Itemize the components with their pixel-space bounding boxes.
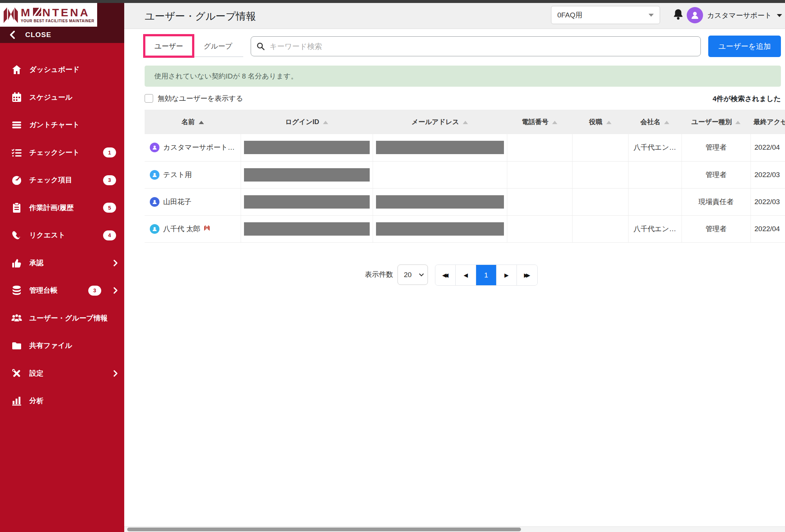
workspace-select[interactable]: 0FAQ用: [551, 6, 660, 24]
search-result-count: 4件が検索されました: [596, 94, 781, 104]
sidebar-close-button[interactable]: CLOSE: [0, 27, 124, 43]
user-avatar-icon: [150, 197, 159, 207]
table-row[interactable]: テスト用 管理者 2022/03: [145, 161, 785, 188]
user-avatar[interactable]: [687, 7, 703, 23]
calendar-icon: [10, 92, 23, 103]
logo[interactable]: MNTENA YOUR BEST FACILITIES MAINTAINER: [0, 3, 97, 27]
page-size-select[interactable]: 20: [398, 265, 428, 285]
column-header-last-access[interactable]: 最終アクセス: [751, 110, 785, 134]
sidebar-item-ledger[interactable]: 管理台帳 3: [0, 277, 124, 305]
column-header-company[interactable]: 会社名: [628, 110, 682, 134]
phone-icon: [10, 230, 23, 241]
sidebar-item-request[interactable]: リクエスト 4: [0, 222, 124, 249]
sort-asc-icon: [735, 121, 741, 124]
notifications-button[interactable]: [672, 8, 684, 23]
sidebar-item-dashboard[interactable]: ダッシュボード: [0, 56, 124, 84]
montena-m-icon: [3, 6, 19, 24]
search-input[interactable]: [270, 42, 695, 51]
chevron-down-icon: [419, 272, 424, 276]
column-header-position[interactable]: 役職: [572, 110, 628, 134]
badge: 1: [103, 147, 116, 157]
unused-contract-notice: 使用されていない契約IDが 8 名分あります。: [145, 66, 781, 87]
show-inactive-users-toggle[interactable]: 無効なユーザーを表示する: [145, 93, 243, 103]
chevron-left-icon: [10, 31, 15, 39]
user-avatar-icon: [150, 143, 159, 152]
bell-icon: [672, 8, 684, 21]
window-top-strip: [0, 0, 785, 3]
column-header-email[interactable]: メールアドレス: [373, 110, 507, 134]
badge: 3: [103, 175, 116, 185]
badge: 5: [103, 203, 116, 213]
sort-asc-icon: [323, 121, 328, 124]
redacted-email: [376, 222, 504, 236]
sidebar-item-workplan[interactable]: 作業計画/履歴 5: [0, 194, 124, 222]
badge: 3: [88, 286, 101, 296]
page-title: ユーザー・グループ情報: [145, 10, 256, 23]
column-header-user-type[interactable]: ユーザー種別: [682, 110, 751, 134]
redacted-email: [376, 195, 504, 209]
sidebar-item-shared-files[interactable]: 共有ファイル: [0, 332, 124, 360]
first-page-button[interactable]: ◀◀: [435, 265, 456, 285]
last-page-button[interactable]: ▶▶: [517, 265, 537, 285]
prev-page-button[interactable]: ◀: [456, 265, 476, 285]
redacted-login-id: [244, 141, 370, 154]
tab-users[interactable]: ユーザー: [145, 36, 193, 56]
page-size-label: 表示件数: [356, 270, 393, 279]
sidebar-item-checkitems[interactable]: チェック項目 3: [0, 166, 124, 194]
brand-name: MNTENA: [21, 7, 94, 18]
first-page-icon: ◀◀: [442, 272, 446, 279]
horizontal-scrollbar[interactable]: [124, 526, 785, 532]
keyword-search[interactable]: [251, 36, 701, 56]
chevron-right-icon: [113, 287, 118, 294]
gantt-bars-icon: [10, 119, 23, 130]
column-header-login-id[interactable]: ログインID: [241, 110, 373, 134]
badge: 4: [103, 230, 116, 240]
tools-icon: [10, 368, 23, 379]
table-header-row: 名前 ログインID メールアドレス 電話番号 役職 会社名 ユーザー種別 最終ア…: [145, 110, 785, 134]
current-page-button[interactable]: 1: [476, 265, 497, 285]
sidebar-item-analytics[interactable]: 分析: [0, 387, 124, 415]
checklist-icon: [10, 147, 23, 158]
logo-area: MNTENA YOUR BEST FACILITIES MAINTAINER: [0, 3, 124, 27]
pagination: ◀◀ ◀ 1 ▶ ▶▶: [435, 265, 538, 286]
caret-down-icon[interactable]: [777, 14, 782, 17]
checkbox-unchecked[interactable]: [145, 94, 153, 103]
user-menu[interactable]: カスタマーサポート: [707, 11, 772, 20]
sidebar-item-settings[interactable]: 設定: [0, 360, 124, 388]
logo-o-icon: [33, 7, 42, 18]
sort-asc-icon: [664, 121, 669, 124]
redacted-login-id: [244, 222, 370, 236]
clipboard-icon: [10, 202, 23, 213]
search-icon: [256, 42, 265, 51]
user-avatar-icon: [150, 170, 159, 180]
app-window: MNTENA YOUR BEST FACILITIES MAINTAINER C…: [0, 0, 785, 532]
next-page-icon: ▶: [504, 272, 509, 279]
users-table: 名前 ログインID メールアドレス 電話番号 役職 会社名 ユーザー種別 最終ア…: [145, 110, 785, 243]
bar-chart-icon: [10, 395, 23, 406]
gauge-icon: [10, 174, 23, 186]
sidebar-item-schedule[interactable]: スケジュール: [0, 84, 124, 112]
column-header-phone[interactable]: 電話番号: [507, 110, 572, 134]
add-user-button[interactable]: ユーザーを追加: [708, 36, 781, 57]
sidebar-item-gantt[interactable]: ガントチャート: [0, 111, 124, 139]
sidebar-item-users-groups[interactable]: ユーザー・グループ情報: [0, 305, 124, 332]
table-row[interactable]: 山田花子 現場責任者 2022/03: [145, 188, 785, 215]
caret-down-icon: [649, 14, 654, 17]
last-page-icon: ▶▶: [524, 272, 528, 279]
thumbs-up-icon: [10, 257, 23, 269]
scrollbar-thumb[interactable]: [127, 528, 521, 531]
users-icon: [10, 313, 23, 324]
database-icon: [10, 285, 23, 296]
table-row[interactable]: 八千代 太郎 八千代エン… 管理者 2022/04: [145, 215, 785, 242]
column-header-name[interactable]: 名前: [145, 110, 241, 134]
sidebar-item-checksheet[interactable]: チェックシート 1: [0, 139, 124, 167]
sidebar-item-approval[interactable]: 承認: [0, 249, 124, 277]
sidebar: MNTENA YOUR BEST FACILITIES MAINTAINER C…: [0, 3, 124, 532]
table-row[interactable]: カスタマーサポート… 八千代エン… 管理者 2022/04: [145, 134, 785, 161]
prev-page-icon: ◀: [464, 272, 468, 279]
sort-asc-icon: [606, 121, 611, 124]
person-icon: [689, 10, 700, 21]
next-page-button[interactable]: ▶: [497, 265, 517, 285]
tab-groups[interactable]: グループ: [193, 36, 243, 56]
redacted-email: [376, 141, 504, 154]
